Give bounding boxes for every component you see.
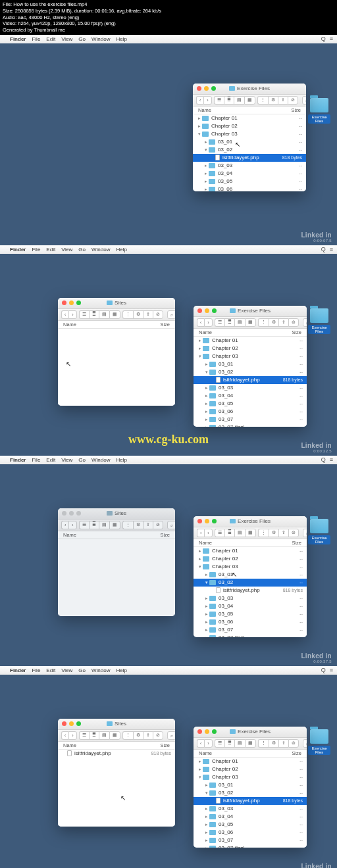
view-gallery-button[interactable]: ▦ xyxy=(109,731,120,740)
disclosure-icon[interactable] xyxy=(204,619,209,625)
menu-item[interactable]: Go xyxy=(78,667,86,673)
arrange-button[interactable]: ⋮ xyxy=(122,731,133,740)
back-button[interactable]: ‹ xyxy=(196,96,203,105)
search-button[interactable]: ⌕ xyxy=(167,731,175,740)
view-column-button[interactable]: ▤ xyxy=(234,318,245,327)
list-row[interactable]: 03_04 -- xyxy=(194,813,307,821)
disclosure-icon[interactable] xyxy=(197,346,203,351)
list-row[interactable]: 03_02 -- xyxy=(194,579,307,587)
finder-window[interactable]: Exercise Files ‹› ☰≣▤▦ ⋮⚙⇪⊘ ⌕ Name Size … xyxy=(193,84,306,191)
view-gallery-button[interactable]: ▦ xyxy=(245,318,256,327)
menu-item[interactable]: Window xyxy=(91,457,110,463)
disclosure-icon[interactable] xyxy=(204,572,209,577)
back-button[interactable]: ‹ xyxy=(197,529,204,537)
disclosure-icon[interactable] xyxy=(197,759,203,764)
search-button[interactable]: ⌕ xyxy=(302,96,306,105)
view-gallery-button[interactable]: ▦ xyxy=(109,521,120,529)
back-button[interactable]: ‹ xyxy=(61,731,68,740)
menubar-status-icon[interactable]: ≡ xyxy=(330,456,333,463)
list-row[interactable]: 03_03 -- xyxy=(194,384,307,392)
disclosure-icon[interactable] xyxy=(197,338,203,343)
disclosure-icon[interactable] xyxy=(204,385,209,391)
desktop-folder-exercise-files[interactable]: Exercise Files xyxy=(308,98,330,125)
list-row[interactable]: 03_05 -- xyxy=(194,821,307,829)
share-button[interactable]: ⇪ xyxy=(143,731,153,740)
disclosure-icon[interactable] xyxy=(197,564,203,569)
menu-item[interactable]: Help xyxy=(116,457,126,463)
menu-item[interactable]: View xyxy=(61,247,72,253)
tags-button[interactable]: ⊘ xyxy=(153,731,163,740)
search-button[interactable]: ⌕ xyxy=(167,521,175,529)
back-button[interactable]: ‹ xyxy=(61,310,68,319)
finder-window[interactable]: Exercise Files ‹› ☰≣▤▦ ⋮⚙⇪⊘ ⌕ Name Size … xyxy=(194,516,307,637)
list-row[interactable]: Chapter 03 -- xyxy=(194,773,307,781)
list-row[interactable]: 03_06 -- xyxy=(194,829,307,836)
tags-button[interactable]: ⊘ xyxy=(288,739,299,748)
column-name[interactable]: Name xyxy=(63,322,142,327)
app-name[interactable]: Finder xyxy=(10,36,26,42)
window-titlebar[interactable]: Sites xyxy=(58,298,175,309)
column-name[interactable]: Name xyxy=(199,540,274,546)
column-size[interactable]: Size xyxy=(274,750,301,756)
view-icon-button[interactable]: ☰ xyxy=(215,739,224,748)
menubar-status-icon[interactable]: ≡ xyxy=(330,246,333,253)
forward-button[interactable]: › xyxy=(204,739,212,748)
disclosure-icon[interactable] xyxy=(204,822,209,827)
list-row[interactable]: 03_07-final -- xyxy=(194,423,307,427)
column-header[interactable]: Name Size xyxy=(193,107,306,114)
disclosure-icon[interactable] xyxy=(204,604,209,609)
column-size[interactable]: Size xyxy=(273,107,301,113)
menu-item[interactable]: Help xyxy=(116,247,126,253)
finder-window[interactable]: Sites ‹› ☰≣▤▦ ⋮⚙⇪⊘ ⌕ Name Size xyxy=(58,508,175,616)
menu-item[interactable]: View xyxy=(61,36,72,42)
column-name[interactable]: Name xyxy=(199,329,274,335)
view-list-button[interactable]: ≣ xyxy=(89,310,99,319)
column-size[interactable]: Size xyxy=(142,742,170,748)
window-titlebar[interactable]: Exercise Files xyxy=(194,516,307,527)
disclosure-icon[interactable] xyxy=(204,627,209,633)
disclosure-icon[interactable] xyxy=(204,612,209,617)
disclosure-icon[interactable] xyxy=(204,362,209,367)
view-icon-button[interactable]: ☰ xyxy=(215,318,224,327)
list-row[interactable]: 03_03 -- xyxy=(194,594,307,602)
list-row[interactable]: 03_02 -- xyxy=(194,789,307,797)
menu-item[interactable]: Help xyxy=(116,667,126,673)
view-icon-button[interactable]: ☰ xyxy=(79,731,89,740)
list-row[interactable]: isitfridayyet.php 818 bytes xyxy=(194,797,307,805)
column-size[interactable]: Size xyxy=(274,329,301,335)
view-list-button[interactable]: ≣ xyxy=(224,529,234,537)
menu-item[interactable]: Go xyxy=(78,247,86,253)
column-name[interactable]: Name xyxy=(63,532,142,538)
menubar-status-icon[interactable]: Q xyxy=(321,667,326,673)
share-button[interactable]: ⇪ xyxy=(143,521,153,529)
menu-item[interactable]: Window xyxy=(91,36,110,42)
file-list[interactable] xyxy=(58,539,175,616)
menu-item[interactable]: File xyxy=(32,457,40,463)
list-row[interactable]: 03_07-final -- xyxy=(194,634,307,637)
disclosure-icon[interactable] xyxy=(204,409,209,414)
view-icon-button[interactable]: ☰ xyxy=(215,529,224,537)
action-button[interactable]: ⚙ xyxy=(268,96,278,105)
disclosure-icon[interactable] xyxy=(197,354,203,359)
action-button[interactable]: ⚙ xyxy=(269,739,278,748)
search-button[interactable]: ⌕ xyxy=(303,529,307,537)
tags-button[interactable]: ⊘ xyxy=(153,521,163,529)
view-column-button[interactable]: ▤ xyxy=(99,521,109,529)
list-row[interactable]: 03_02 -- xyxy=(193,146,306,154)
disclosure-icon[interactable] xyxy=(197,132,202,137)
list-row[interactable]: 03_06 -- xyxy=(193,185,306,191)
tags-button[interactable]: ⊘ xyxy=(153,310,163,319)
list-row[interactable]: isitfridayyet.php 818 bytes xyxy=(193,154,306,162)
column-header[interactable]: Name Size xyxy=(58,321,175,329)
list-row[interactable]: Chapter 02 -- xyxy=(193,122,306,130)
view-column-button[interactable]: ▤ xyxy=(99,731,109,740)
menubar-status-icon[interactable]: ≡ xyxy=(330,667,333,673)
file-list[interactable]: Chapter 01 -- Chapter 02 -- Chapter 03 -… xyxy=(193,114,306,191)
list-row[interactable]: 03_07 -- xyxy=(194,836,307,844)
share-button[interactable]: ⇪ xyxy=(143,310,153,319)
menu-item[interactable]: Go xyxy=(78,457,86,463)
menu-item[interactable]: File xyxy=(32,36,40,42)
view-icon-button[interactable]: ☰ xyxy=(79,310,89,319)
disclosure-icon[interactable] xyxy=(197,124,202,129)
view-gallery-button[interactable]: ▦ xyxy=(244,96,255,105)
